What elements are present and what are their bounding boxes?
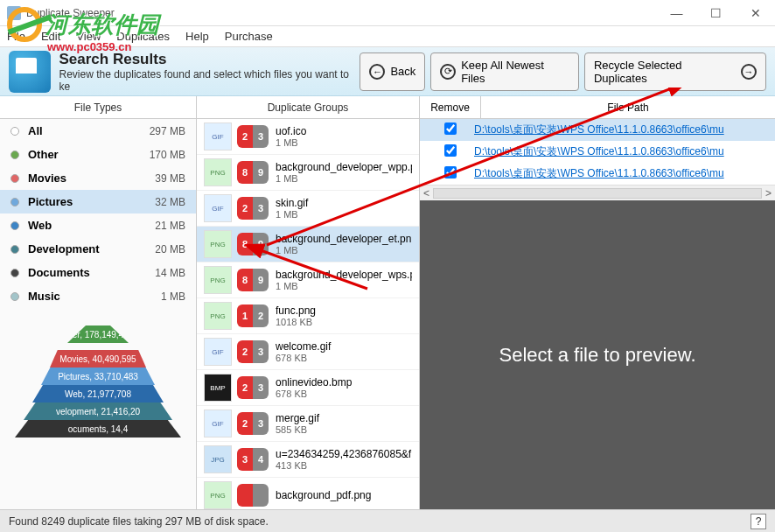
badge-total: 3 [253,412,269,435]
file-types-panel: File Types All 297 MB Other 170 MB Movie… [0,96,197,509]
group-filename: u=234634259,4236876085&fm [276,448,412,460]
type-size: 21 MB [155,220,185,232]
group-row[interactable]: GIF 2 3 uof.ico 1 MB [197,119,419,155]
group-filename: skin.gif [276,197,412,209]
close-button[interactable]: ✕ [736,0,775,26]
recycle-label: Recycle Selected Duplicates [594,59,736,85]
group-filesize: 1 MB [276,173,412,184]
group-filename: uof.ico [276,125,412,137]
file-thumbnail-icon: GIF [204,410,232,438]
menu-purchase[interactable]: Purchase [225,30,273,43]
group-row[interactable]: PNG 1 2 func.png 1018 KB [197,298,419,334]
group-filename: onlinevideo.bmp [276,376,412,388]
group-row[interactable]: PNG 8 9 background_developer_et.png 1 MB [197,227,419,262]
minimize-button[interactable]: — [657,0,696,26]
group-row[interactable]: PNG 8 9 background_developer_wpp.p 1 MB [197,155,419,191]
file-path-link[interactable]: D:\tools\桌面\安装\WPS Office\11.1.0.8663\of… [474,122,768,137]
duplicate-count-badges: 8 9 [237,233,269,256]
pyramid-chart: er, 178,149,4Movies, 40,490,595Pictures,… [0,308,196,509]
type-row-documents[interactable]: Documents 14 MB [0,261,196,284]
group-row[interactable]: JPG 3 4 u=234634259,4236876085&fm 413 KB [197,442,419,478]
badge-selected: 2 [237,125,253,148]
pyramid-layer: Web, 21,977,708 [32,385,164,402]
horizontal-scrollbar[interactable]: < > [420,185,775,200]
header-area: Search Results Review the duplicates fou… [0,47,775,96]
type-row-development[interactable]: Development 20 MB [0,237,196,261]
type-size: 39 MB [155,172,185,185]
type-row-music[interactable]: Music 1 MB [0,284,196,308]
group-filesize: 585 KB [276,424,412,435]
type-row-web[interactable]: Web 21 MB [0,214,196,237]
badge-total: 3 [253,197,269,220]
menu-edit[interactable]: Edit [41,30,60,43]
remove-checkbox[interactable] [444,144,457,157]
type-name: All [28,124,150,137]
pyramid-layer: velopment, 21,416,20 [24,402,172,420]
type-row-pictures[interactable]: Pictures 32 MB [0,190,196,214]
type-color-dot [10,198,19,206]
keep-newest-button[interactable]: ⟳ Keep All Newest Files [430,52,579,91]
maximize-button[interactable]: ☐ [696,0,736,26]
group-filename: func.png [276,304,412,317]
group-row[interactable]: BMP 2 3 onlinevideo.bmp 678 KB [197,370,419,406]
group-filename: background_developer_et.png [276,233,412,245]
file-thumbnail-icon: GIF [204,194,232,222]
group-filename: welcome.gif [276,340,412,353]
type-color-dot [10,174,19,183]
group-filename: background_pdf.png [276,489,412,501]
badge-total: 3 [253,125,269,148]
duplicate-count-badges: 3 4 [237,448,269,471]
badge-selected: 8 [237,161,253,184]
menu-file[interactable]: File [7,30,25,43]
type-color-dot [10,245,19,254]
type-name: Other [28,148,150,161]
type-size: 14 MB [155,267,185,279]
pyramid-layer: Movies, 40,490,595 [50,350,146,368]
duplicate-count-badges: 2 3 [237,340,269,363]
type-row-movies[interactable]: Movies 39 MB [0,166,196,190]
type-row-all[interactable]: All 297 MB [0,119,196,143]
type-row-other[interactable]: Other 170 MB [0,143,196,166]
group-row[interactable]: GIF 2 3 skin.gif 1 MB [197,191,419,227]
type-name: Music [28,290,161,303]
group-row[interactable]: GIF 2 3 merge.gif 585 KB [197,406,419,442]
file-row[interactable]: D:\tools\桌面\安装\WPS Office\11.1.0.8663\of… [420,141,775,163]
badge-total: 9 [253,233,269,256]
duplicate-count-badges: 1 2 [237,304,269,327]
file-path-column-header[interactable]: File Path [481,96,775,118]
badge-total: 3 [253,376,269,399]
back-button[interactable]: ← Back [360,52,425,91]
file-row[interactable]: D:\tools\桌面\安装\WPS Office\11.1.0.8663\of… [420,163,775,185]
file-row[interactable]: D:\tools\桌面\安装\WPS Office\11.1.0.8663\of… [420,119,775,141]
file-path-link[interactable]: D:\tools\桌面\安装\WPS Office\11.1.0.8663\of… [474,144,768,159]
duplicate-count-badges: 8 9 [237,161,269,184]
remove-checkbox[interactable] [444,166,457,178]
menu-view[interactable]: View [76,30,101,43]
group-filesize: 1 MB [276,137,412,148]
remove-checkbox[interactable] [444,122,457,135]
menu-duplicates[interactable]: Duplicates [116,30,170,43]
type-size: 170 MB [150,149,185,161]
type-name: Development [28,242,155,256]
recycle-button[interactable]: Recycle Selected Duplicates → [584,52,766,91]
help-icon[interactable]: ? [751,514,766,529]
menu-help[interactable]: Help [185,30,209,43]
group-row[interactable]: PNG background_pdf.png [197,478,419,509]
pyramid-layer: ocuments, 14,4 [15,420,181,438]
arrow-left-icon: ← [369,64,385,80]
group-row[interactable]: GIF 2 3 welcome.gif 678 KB [197,334,419,370]
duplicate-groups-panel: Duplicate Groups GIF 2 3 uof.ico 1 MB PN… [197,96,420,509]
scroll-left-icon[interactable]: < [423,187,429,200]
badge-selected [237,484,253,507]
group-row[interactable]: PNG 8 9 background_developer_wps.pn 1 MB [197,262,419,298]
file-thumbnail-icon: PNG [204,302,232,330]
scrollbar-track[interactable] [433,188,762,199]
file-path-link[interactable]: D:\tools\桌面\安装\WPS Office\11.1.0.8663\of… [474,166,768,181]
badge-total: 3 [253,340,269,363]
type-size: 1 MB [161,290,185,303]
remove-column-header[interactable]: Remove [420,96,481,118]
group-filename: background_developer_wpp.p [276,161,412,173]
file-thumbnail-icon: BMP [204,374,232,402]
keep-newest-label: Keep All Newest Files [461,59,569,85]
scroll-right-icon[interactable]: > [765,187,772,200]
